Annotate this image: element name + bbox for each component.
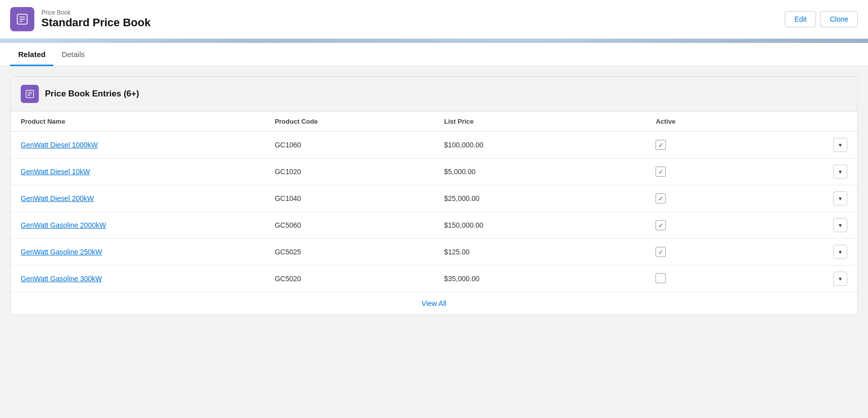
active-cell (645, 212, 773, 239)
active-checkbox (656, 140, 666, 150)
product-code-cell: GC5020 (264, 266, 434, 292)
tabs: Related Details (10, 43, 858, 66)
table-row: GenWatt Gasoline 300kWGC5020$35,000.00 (11, 266, 857, 292)
header-left: Price Book Standard Price Book (10, 7, 150, 31)
row-dropdown-button[interactable] (833, 272, 847, 286)
main-content: Price Book Entries (6+) Product Name Pro… (0, 66, 868, 325)
list-price-cell: $5,000.00 (434, 159, 646, 185)
active-cell (645, 239, 773, 266)
active-checkbox (656, 273, 666, 283)
product-code-cell: GC1040 (264, 185, 434, 212)
price-book-icon (10, 7, 34, 31)
col-header-list-price: List Price (434, 112, 646, 132)
tabs-container: Related Details (0, 43, 868, 66)
active-checkbox (656, 247, 666, 257)
active-checkbox (656, 193, 666, 203)
list-price-cell: $35,000.00 (434, 266, 646, 292)
active-cell (645, 159, 773, 185)
table-row: GenWatt Diesel 1000kWGC1060$100,000.00 (11, 132, 857, 159)
action-cell (773, 239, 857, 266)
tab-details[interactable]: Details (53, 43, 93, 66)
product-name-link[interactable]: GenWatt Gasoline 250kW (21, 248, 102, 256)
page-title: Standard Price Book (41, 16, 150, 29)
active-checkbox (656, 167, 666, 177)
action-cell (773, 185, 857, 212)
product-code-cell: GC5060 (264, 212, 434, 239)
action-cell (773, 212, 857, 239)
product-name-link[interactable]: GenWatt Gasoline 2000kW (21, 221, 106, 229)
table-row: GenWatt Diesel 200kWGC1040$25,000.00 (11, 185, 857, 212)
product-name-link[interactable]: GenWatt Diesel 10kW (21, 168, 90, 176)
list-price-cell: $125.00 (434, 239, 646, 266)
list-price-cell: $25,000.00 (434, 185, 646, 212)
tab-related[interactable]: Related (10, 43, 53, 66)
active-checkbox (656, 220, 666, 230)
page-header: Price Book Standard Price Book Edit Clon… (0, 0, 868, 39)
action-cell (773, 159, 857, 185)
col-header-product-code: Product Code (264, 112, 434, 132)
action-cell (773, 132, 857, 159)
product-code-cell: GC1020 (264, 159, 434, 185)
view-all-link[interactable]: View All (422, 299, 447, 307)
entries-table: Product Name Product Code List Price Act… (11, 112, 857, 292)
clone-button[interactable]: Clone (820, 11, 858, 27)
table-row: GenWatt Diesel 10kWGC1020$5,000.00 (11, 159, 857, 185)
decorative-stripe (0, 39, 868, 43)
product-code-cell: GC1060 (264, 132, 434, 159)
product-name-link[interactable]: GenWatt Diesel 200kW (21, 194, 94, 202)
table-header-row: Product Name Product Code List Price Act… (11, 112, 857, 132)
page-subtitle: Price Book (41, 9, 150, 16)
header-actions: Edit Clone (785, 11, 858, 27)
row-dropdown-button[interactable] (833, 191, 847, 205)
card-header: Price Book Entries (6+) (11, 77, 857, 112)
action-cell (773, 266, 857, 292)
col-header-active: Active (645, 112, 773, 132)
header-text: Price Book Standard Price Book (41, 9, 150, 29)
active-cell (645, 132, 773, 159)
row-dropdown-button[interactable] (833, 245, 847, 259)
active-cell (645, 266, 773, 292)
row-dropdown-button[interactable] (833, 218, 847, 232)
list-price-cell: $100,000.00 (434, 132, 646, 159)
edit-button[interactable]: Edit (785, 11, 816, 27)
product-code-cell: GC5025 (264, 239, 434, 266)
price-book-entries-card: Price Book Entries (6+) Product Name Pro… (10, 76, 858, 315)
product-name-link[interactable]: GenWatt Diesel 1000kW (21, 141, 98, 149)
row-dropdown-button[interactable] (833, 138, 847, 152)
table-row: GenWatt Gasoline 250kWGC5025$125.00 (11, 239, 857, 266)
table-row: GenWatt Gasoline 2000kWGC5060$150,000.00 (11, 212, 857, 239)
product-name-link[interactable]: GenWatt Gasoline 300kW (21, 275, 102, 283)
active-cell (645, 185, 773, 212)
col-header-product-name: Product Name (11, 112, 264, 132)
list-price-cell: $150,000.00 (434, 212, 646, 239)
row-dropdown-button[interactable] (833, 165, 847, 179)
col-header-action (773, 112, 857, 132)
card-icon (21, 85, 39, 103)
card-title: Price Book Entries (6+) (45, 89, 139, 99)
view-all-row: View All (11, 292, 857, 315)
